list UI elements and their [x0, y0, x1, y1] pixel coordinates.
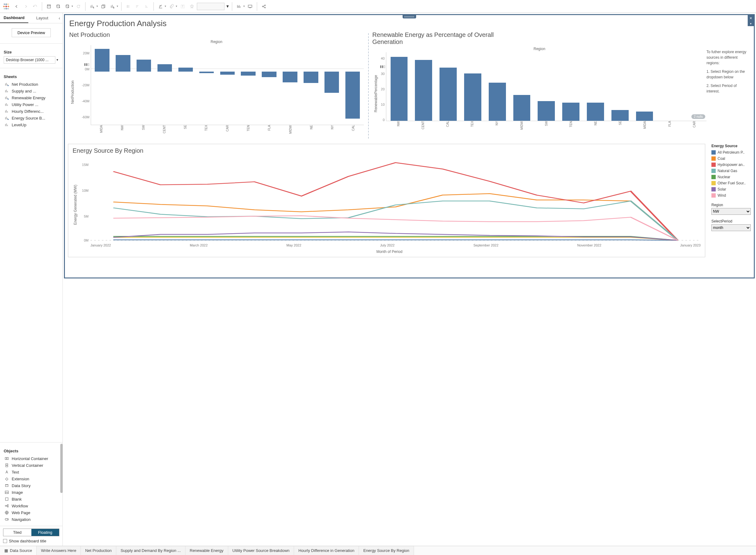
bar[interactable] [587, 103, 604, 121]
bar[interactable] [220, 72, 235, 75]
bar[interactable] [262, 72, 277, 77]
sheet-item[interactable]: LevelUp [4, 121, 59, 128]
net-production-viz[interactable]: Net Production Region NetProduction ▮▮▯ … [65, 30, 368, 142]
object-horizontal-container[interactable]: Horizontal Container [4, 455, 59, 462]
share-button[interactable] [260, 2, 268, 11]
tiled-floating-toggle[interactable]: Tiled Floating [3, 528, 59, 536]
line-series[interactable] [113, 163, 678, 240]
filter-box-caret[interactable]: ▼ [226, 4, 230, 9]
undo-button[interactable] [12, 2, 21, 11]
dashboard-canvas[interactable]: × ▼ Energy Production Analysis Net Produ… [64, 14, 755, 279]
bar[interactable] [415, 60, 432, 121]
new-worksheet-caret[interactable]: ▼ [96, 5, 98, 8]
tab-dashboard[interactable]: Dashboard [0, 13, 28, 23]
clear-caret[interactable]: ▼ [116, 5, 119, 8]
bar[interactable] [304, 72, 318, 83]
bottom-tab[interactable]: Energy Source By Region [359, 546, 414, 555]
bar[interactable] [283, 72, 297, 82]
bottom-tab[interactable]: Hourly Difference in Generation [294, 546, 359, 555]
bar[interactable] [562, 103, 580, 121]
sheet-item[interactable]: Hourly Differenc... [4, 108, 59, 115]
refresh-button[interactable] [74, 2, 83, 11]
bar[interactable] [157, 64, 172, 72]
object-text[interactable]: Text [4, 469, 59, 475]
bar[interactable] [95, 49, 110, 72]
region-filter-select[interactable]: NW [711, 208, 751, 215]
clear-button[interactable] [108, 2, 117, 11]
new-data-source-button[interactable] [54, 2, 63, 11]
object-data-story[interactable]: Data Story [4, 482, 59, 489]
size-select-caret[interactable]: ▼ [56, 58, 59, 61]
bottom-tab[interactable]: Renewable Energy [186, 546, 228, 555]
object-workflow[interactable]: Workflow [4, 503, 59, 509]
bar[interactable] [346, 72, 360, 119]
bar[interactable] [489, 83, 506, 121]
chart-type-icon[interactable]: ▮▮▯ [84, 62, 89, 67]
bar[interactable] [324, 72, 339, 93]
size-select[interactable]: Desktop Browser (1000 ... [4, 56, 55, 63]
sort-asc-button[interactable] [133, 2, 142, 11]
fit-button[interactable] [235, 2, 243, 11]
dashboard-close-button[interactable]: × [748, 15, 754, 21]
revert-button[interactable] [31, 2, 39, 11]
object-navigation[interactable]: Navigation [4, 516, 59, 523]
save-button[interactable] [45, 2, 53, 11]
bottom-tab[interactable]: Net Production [81, 546, 116, 555]
bottom-tab[interactable]: Supply and Demand By Region ... [116, 546, 186, 555]
highlight-caret[interactable]: ▼ [164, 5, 167, 8]
object-extension[interactable]: Extension [4, 475, 59, 482]
toggle-tiled[interactable]: Tiled [3, 529, 31, 536]
legend-item[interactable]: Hydropower an.. [711, 162, 751, 168]
legend-item[interactable]: Solar [711, 186, 751, 193]
sheet-item[interactable]: Renewable Energy [4, 94, 59, 101]
swap-button[interactable] [124, 2, 132, 11]
bar[interactable] [636, 112, 653, 121]
pause-dropdown-caret[interactable]: ▼ [71, 5, 74, 8]
duplicate-button[interactable] [99, 2, 108, 11]
bar[interactable] [464, 74, 481, 121]
net-production-plot[interactable] [91, 45, 364, 125]
legend-item[interactable]: Other Fuel Sour.. [711, 180, 751, 186]
object-vertical-container[interactable]: Vertical Container [4, 462, 59, 469]
object-blank[interactable]: Blank [4, 496, 59, 503]
new-worksheet-button[interactable] [88, 2, 96, 11]
dashboard-drag-handle[interactable] [403, 15, 416, 18]
sort-desc-button[interactable] [143, 2, 151, 11]
filter-box[interactable] [197, 3, 225, 10]
renewable-plot[interactable]: 2 nulls [386, 52, 707, 121]
bar[interactable] [199, 72, 214, 73]
bar[interactable] [178, 68, 193, 72]
device-preview-button[interactable]: Device Preview [12, 28, 51, 37]
legend-item[interactable]: Coal [711, 156, 751, 162]
nulls-badge[interactable]: 2 nulls [691, 114, 705, 119]
chart-type-icon[interactable]: ▮▮▯ [380, 65, 385, 69]
bar[interactable] [439, 68, 457, 121]
legend-item[interactable]: Wind [711, 193, 751, 199]
toggle-floating[interactable]: Floating [31, 529, 59, 536]
renewable-viz[interactable]: Renewable Energy as Percentage of Overal… [368, 30, 754, 142]
period-filter-select[interactable]: month [711, 224, 751, 231]
object-image[interactable]: Image [4, 489, 59, 496]
dashboard-menu-button[interactable]: ▼ [748, 21, 754, 26]
bar[interactable] [136, 59, 151, 72]
highlight-button[interactable] [156, 2, 165, 11]
collapse-panel-button[interactable]: ‹ [56, 13, 63, 23]
sheet-item[interactable]: Supply and ... [4, 88, 59, 94]
favorite-button[interactable] [188, 2, 196, 11]
attach-caret[interactable]: ▼ [175, 5, 178, 8]
bar[interactable] [513, 95, 530, 121]
fit-caret[interactable]: ▼ [243, 5, 245, 8]
legend-item[interactable]: Natural Gas [711, 168, 751, 174]
tab-layout[interactable]: Layout [28, 13, 56, 23]
energy-source-viz[interactable]: Energy Source By Region Energy Generated… [68, 144, 705, 257]
bar[interactable] [391, 57, 408, 121]
redo-button[interactable] [22, 2, 30, 11]
bottom-tab[interactable]: Utility Power Source Breakdown [228, 546, 294, 555]
legend-item[interactable]: Nuclear [711, 174, 751, 180]
presentation-mode-button[interactable] [246, 2, 254, 11]
sheet-item[interactable]: Utility Power ... [4, 101, 59, 108]
sheet-item[interactable]: Energy Source B... [4, 115, 59, 121]
pause-auto-updates-button[interactable] [63, 2, 72, 11]
bottom-tab[interactable]: Write Answers Here [37, 546, 81, 555]
bar[interactable] [538, 101, 555, 121]
